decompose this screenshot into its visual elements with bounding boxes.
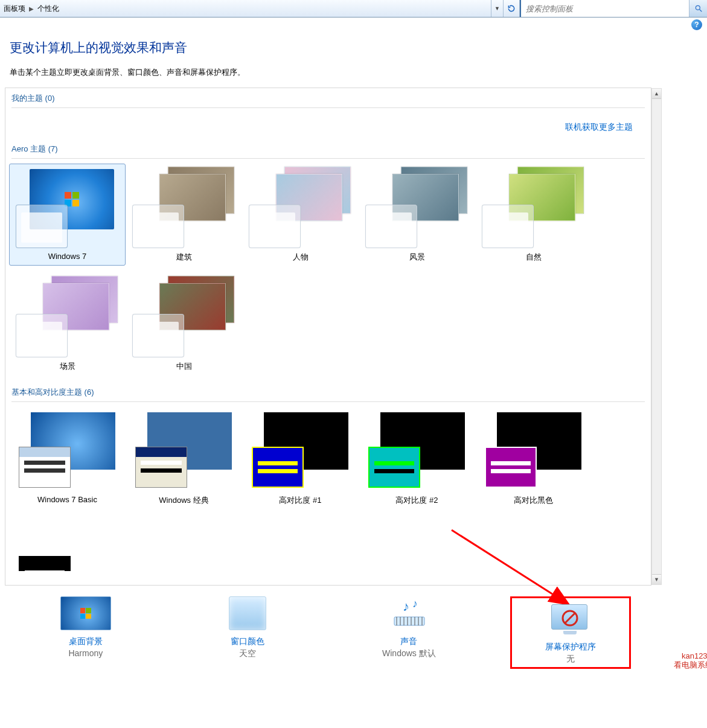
scroll-down-button[interactable]: ▼ bbox=[652, 574, 661, 584]
theme-item[interactable]: 中国 bbox=[126, 273, 242, 375]
theme-label: 建筑 bbox=[127, 252, 240, 263]
section-aero-themes: Aero 主题 (7) bbox=[5, 139, 651, 157]
option-title: 声音 bbox=[348, 636, 469, 647]
search-input[interactable] bbox=[521, 0, 689, 17]
page-title: 更改计算机上的视觉效果和声音 bbox=[10, 39, 695, 56]
color-icon bbox=[222, 596, 273, 633]
theme-item[interactable]: Windows 7 Basic bbox=[9, 407, 126, 509]
theme-item[interactable]: 人物 bbox=[242, 164, 359, 266]
theme-item[interactable]: 高对比黑色 bbox=[475, 407, 592, 509]
option-color[interactable]: 窗口颜色 天空 bbox=[187, 596, 308, 669]
online-themes-link[interactable]: 联机获取更多主题 bbox=[565, 122, 633, 132]
refresh-button[interactable] bbox=[503, 0, 520, 17]
theme-label: Windows 7 bbox=[11, 252, 124, 261]
theme-item[interactable]: 风景 bbox=[359, 164, 475, 266]
search-button[interactable] bbox=[689, 0, 707, 17]
option-sound[interactable]: ♪♪ 声音 Windows 默认 bbox=[348, 596, 469, 669]
watermark: kan1234.com 看电脑系统之家 bbox=[674, 651, 707, 669]
option-subtitle: 无 bbox=[520, 654, 621, 665]
section-basic-themes: 基本和高对比度主题 (6) bbox=[5, 382, 651, 400]
screensaver-icon bbox=[545, 602, 596, 638]
theme-item[interactable]: 高对比度 #2 bbox=[359, 407, 475, 509]
basic-theme-grid: Windows 7 Basic Windows 经典 高对比度 #1 高对比度 … bbox=[5, 402, 651, 579]
theme-item[interactable] bbox=[9, 516, 126, 572]
theme-label: 高对比黑色 bbox=[477, 495, 590, 506]
theme-item[interactable]: 建筑 bbox=[126, 164, 242, 266]
svg-point-0 bbox=[696, 5, 700, 10]
page-subtitle: 单击某个主题立即更改桌面背景、窗口颜色、声音和屏幕保护程序。 bbox=[10, 67, 695, 78]
theme-label: 高对比度 #1 bbox=[244, 495, 357, 506]
theme-label: Windows 经典 bbox=[127, 495, 240, 506]
theme-label: 场景 bbox=[11, 361, 124, 372]
breadcrumb-dropdown[interactable]: ▼ bbox=[491, 0, 503, 17]
refresh-icon bbox=[507, 4, 516, 13]
theme-item[interactable]: Windows 经典 bbox=[126, 407, 242, 509]
content-area: 更改计算机上的视觉效果和声音 单击某个主题立即更改桌面背景、窗口颜色、声音和屏幕… bbox=[0, 32, 707, 669]
theme-item[interactable]: 高对比度 #1 bbox=[242, 407, 359, 509]
chevron-right-icon: ▶ bbox=[29, 5, 34, 12]
theme-label: 自然 bbox=[477, 252, 590, 263]
svg-line-1 bbox=[699, 10, 702, 12]
option-title: 桌面背景 bbox=[25, 636, 146, 647]
help-row: ? bbox=[0, 18, 707, 32]
theme-label: 人物 bbox=[244, 252, 357, 263]
option-desktop[interactable]: 桌面背景 Harmony bbox=[25, 596, 146, 669]
theme-label: 中国 bbox=[127, 361, 240, 372]
desktop-icon bbox=[60, 596, 111, 633]
theme-label: Windows 7 Basic bbox=[11, 495, 124, 504]
svg-line-15 bbox=[565, 613, 575, 624]
option-subtitle: Windows 默认 bbox=[348, 648, 469, 659]
search-box bbox=[520, 0, 707, 17]
theme-item[interactable]: Windows 7 bbox=[9, 164, 126, 266]
svg-text:♪: ♪ bbox=[412, 598, 418, 610]
search-icon bbox=[694, 4, 703, 13]
option-subtitle: Harmony bbox=[25, 648, 146, 658]
themes-panel: 我的主题 (0) 联机获取更多主题 Aero 主题 (7) Windows 7 … bbox=[5, 88, 651, 586]
online-themes-row: 联机获取更多主题 bbox=[5, 108, 651, 139]
option-subtitle: 天空 bbox=[187, 648, 308, 659]
sound-icon: ♪♪ bbox=[383, 596, 434, 633]
theme-item[interactable]: 场景 bbox=[9, 273, 126, 375]
watermark-text: 看电脑系统之家 bbox=[674, 660, 707, 669]
breadcrumb[interactable]: 面板项 ▶ 个性化 bbox=[0, 4, 491, 14]
breadcrumb-item[interactable]: 面板项 bbox=[4, 4, 25, 14]
watermark-url: kan1234.com bbox=[674, 651, 707, 661]
theme-label: 风景 bbox=[360, 252, 473, 263]
theme-item[interactable]: 自然 bbox=[475, 164, 592, 266]
scrollbar[interactable]: ▲ ▼ bbox=[651, 88, 662, 585]
section-my-themes: 我的主题 (0) bbox=[5, 88, 651, 106]
option-title: 窗口颜色 bbox=[187, 636, 308, 647]
scroll-up-button[interactable]: ▲ bbox=[652, 89, 661, 99]
option-screensaver[interactable]: 屏幕保护程序 无 bbox=[510, 596, 631, 669]
aero-theme-grid: Windows 7 建筑 人物 风景 自然 场景 中国 bbox=[5, 159, 651, 382]
breadcrumb-item[interactable]: 个性化 bbox=[37, 4, 59, 14]
bottom-options: 桌面背景 Harmony 窗口颜色 天空♪♪ 声音 Windows 默认 屏幕保… bbox=[5, 586, 695, 669]
svg-rect-5 bbox=[394, 617, 424, 625]
option-title: 屏幕保护程序 bbox=[520, 642, 621, 653]
chevron-down-icon: ▼ bbox=[494, 5, 500, 11]
help-icon[interactable]: ? bbox=[691, 19, 702, 30]
svg-text:♪: ♪ bbox=[403, 599, 409, 614]
theme-label: 高对比度 #2 bbox=[360, 495, 473, 506]
address-bar: 面板项 ▶ 个性化 ▼ bbox=[0, 0, 707, 18]
